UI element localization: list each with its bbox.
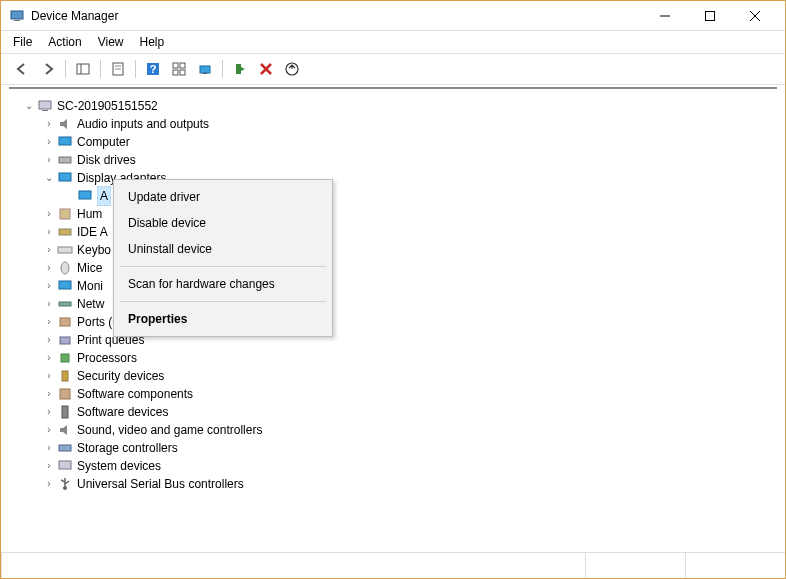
svg-rect-39	[60, 389, 70, 399]
chevron-right-icon[interactable]: ›	[43, 151, 55, 169]
tile-button[interactable]	[168, 58, 190, 80]
back-button[interactable]	[11, 58, 33, 80]
tree-item-system-devices[interactable]: ›System devices	[23, 457, 763, 475]
security-icon	[57, 368, 73, 384]
monitor-icon	[57, 278, 73, 294]
tree-item-software-devices[interactable]: ›Software devices	[23, 403, 763, 421]
menubar: File Action View Help	[1, 31, 785, 54]
svg-rect-15	[173, 70, 178, 75]
menu-help[interactable]: Help	[140, 35, 165, 49]
tree-item-disk-drives[interactable]: ›Disk drives	[23, 151, 763, 169]
chevron-right-icon[interactable]: ›	[43, 115, 55, 133]
tree-item-storage-controllers[interactable]: ›Storage controllers	[23, 439, 763, 457]
toolbar-separator	[100, 60, 101, 78]
svg-rect-1	[14, 20, 20, 21]
hid-icon	[57, 206, 73, 222]
chevron-right-icon[interactable]: ›	[43, 331, 55, 349]
svg-rect-14	[180, 63, 185, 68]
chevron-right-icon[interactable]: ›	[43, 475, 55, 493]
svg-rect-0	[11, 11, 23, 19]
chevron-right-icon[interactable]: ›	[43, 241, 55, 259]
menu-action[interactable]: Action	[48, 35, 81, 49]
tree-root[interactable]: ⌄ SC-201905151552	[23, 97, 763, 115]
statusbar-panel	[1, 553, 585, 578]
monitor-icon	[57, 134, 73, 150]
tree-item-audio[interactable]: ›Audio inputs and outputs	[23, 115, 763, 133]
tree-item-computer[interactable]: ›Computer	[23, 133, 763, 151]
device-manager-icon	[9, 8, 25, 24]
svg-rect-13	[173, 63, 178, 68]
svg-rect-24	[42, 110, 48, 111]
svg-rect-42	[59, 461, 71, 469]
chevron-right-icon[interactable]: ›	[43, 403, 55, 421]
tree-item-processors[interactable]: ›Processors	[23, 349, 763, 367]
toolbar: ?	[1, 54, 785, 85]
enable-device-button[interactable]	[229, 58, 251, 80]
chevron-right-icon[interactable]: ›	[43, 223, 55, 241]
context-menu: Update driver Disable device Uninstall d…	[113, 179, 333, 337]
monitor-icon	[77, 188, 93, 204]
chevron-right-icon[interactable]: ›	[43, 133, 55, 151]
tree-item-software-components[interactable]: ›Software components	[23, 385, 763, 403]
tree-item-usb[interactable]: ›Universal Serial Bus controllers	[23, 475, 763, 493]
svg-rect-30	[59, 229, 71, 235]
menu-file[interactable]: File	[13, 35, 32, 49]
context-disable-device[interactable]: Disable device	[114, 210, 332, 236]
show-hide-console-button[interactable]	[72, 58, 94, 80]
system-icon	[57, 458, 73, 474]
network-icon	[57, 296, 73, 312]
toolbar-separator	[65, 60, 66, 78]
uninstall-device-button[interactable]	[255, 58, 277, 80]
chevron-right-icon[interactable]: ›	[43, 313, 55, 331]
statusbar-panel	[585, 553, 685, 578]
context-properties[interactable]: Properties	[114, 306, 332, 332]
ide-icon	[57, 224, 73, 240]
svg-rect-26	[59, 157, 71, 163]
context-separator	[120, 266, 326, 267]
chevron-right-icon[interactable]: ›	[43, 457, 55, 475]
context-scan-hardware[interactable]: Scan for hardware changes	[114, 271, 332, 297]
speaker-icon	[57, 422, 73, 438]
mouse-icon	[57, 260, 73, 276]
tree-item-security[interactable]: ›Security devices	[23, 367, 763, 385]
menu-view[interactable]: View	[98, 35, 124, 49]
computer-icon	[37, 98, 53, 114]
chevron-right-icon[interactable]: ›	[43, 367, 55, 385]
chevron-down-icon[interactable]: ⌄	[23, 97, 35, 115]
chevron-right-icon[interactable]: ›	[43, 349, 55, 367]
svg-rect-41	[59, 445, 71, 451]
svg-rect-31	[58, 247, 72, 253]
chevron-right-icon[interactable]: ›	[43, 439, 55, 457]
context-uninstall-device[interactable]: Uninstall device	[114, 236, 332, 262]
chevron-down-icon[interactable]: ⌄	[43, 169, 55, 187]
chevron-right-icon[interactable]: ›	[43, 295, 55, 313]
scan-hardware-button[interactable]	[194, 58, 216, 80]
svg-rect-19	[236, 64, 241, 74]
window-controls	[642, 2, 777, 30]
svg-rect-29	[60, 209, 70, 219]
chevron-right-icon[interactable]: ›	[43, 421, 55, 439]
chevron-right-icon[interactable]: ›	[43, 385, 55, 403]
svg-rect-33	[59, 281, 71, 289]
cpu-icon	[57, 350, 73, 366]
forward-button[interactable]	[37, 58, 59, 80]
properties-button[interactable]	[107, 58, 129, 80]
toolbar-separator	[222, 60, 223, 78]
close-button[interactable]	[732, 2, 777, 30]
svg-rect-18	[203, 73, 207, 74]
maximize-button[interactable]	[687, 2, 732, 30]
chevron-right-icon[interactable]: ›	[43, 277, 55, 295]
chevron-right-icon[interactable]: ›	[43, 259, 55, 277]
help-button[interactable]: ?	[142, 58, 164, 80]
printer-icon	[57, 332, 73, 348]
tree-item-sound-video-game[interactable]: ›Sound, video and game controllers	[23, 421, 763, 439]
chevron-right-icon[interactable]: ›	[43, 205, 55, 223]
context-update-driver[interactable]: Update driver	[114, 184, 332, 210]
svg-rect-40	[62, 406, 68, 418]
statusbar-panel	[685, 553, 785, 578]
minimize-button[interactable]	[642, 2, 687, 30]
context-separator	[120, 301, 326, 302]
update-driver-button[interactable]	[281, 58, 303, 80]
port-icon	[57, 314, 73, 330]
svg-rect-25	[59, 137, 71, 145]
